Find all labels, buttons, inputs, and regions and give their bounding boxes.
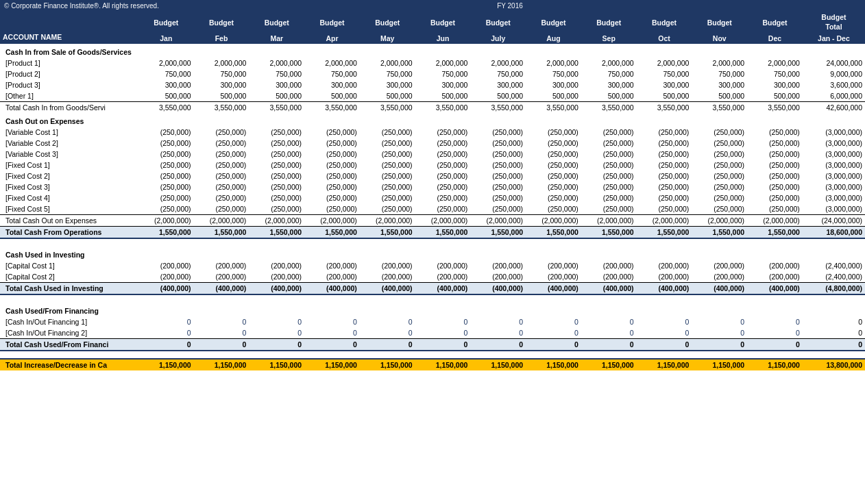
- total-row: Total Cash From Operations1,550,0001,550…: [0, 227, 865, 239]
- value-cell: (250,000): [470, 171, 526, 181]
- subtotal-value-cell: (2,000,000): [470, 215, 526, 227]
- account-name-cell: [Product 3]: [0, 79, 138, 90]
- value-cell: (250,000): [581, 149, 637, 160]
- total-name-cell: Total Cash Used in Investing: [0, 283, 138, 295]
- value-cell: (250,000): [304, 127, 360, 138]
- total-cell: (3,000,000): [803, 160, 865, 171]
- total-cell: (2,400,000): [803, 271, 865, 283]
- empty-row: [0, 294, 865, 303]
- value-cell: (200,000): [138, 271, 194, 283]
- total-value-cell: 0: [692, 339, 747, 351]
- value-cell: 500,000: [360, 90, 415, 102]
- subtotal-value-cell: 3,550,000: [194, 102, 249, 114]
- total-value-cell: 0: [637, 339, 692, 351]
- grand-total-value-cell: 1,150,000: [747, 359, 803, 370]
- value-cell: 2,000,000: [692, 58, 747, 68]
- empty-row: [0, 238, 865, 247]
- value-cell: (250,000): [304, 171, 360, 181]
- value-cell: (250,000): [581, 181, 637, 192]
- total-value-cell: (400,000): [194, 283, 249, 295]
- subtotal-value-cell: 3,550,000: [470, 102, 526, 114]
- total-value-cell: 1,550,000: [415, 227, 471, 239]
- total-value-cell: (400,000): [360, 283, 415, 295]
- value-cell: (200,000): [360, 271, 415, 283]
- value-cell: 500,000: [747, 90, 803, 102]
- value-cell: (200,000): [692, 271, 747, 283]
- total-value-cell: 0: [526, 339, 581, 351]
- value-cell: (250,000): [194, 138, 249, 149]
- value-cell: 0: [470, 316, 526, 327]
- account-name-cell: [Cash In/Out Financing 1]: [0, 316, 138, 327]
- value-cell: 0: [194, 327, 249, 339]
- value-cell: 0: [526, 316, 581, 327]
- subtotal-value-cell: (2,000,000): [360, 215, 415, 227]
- value-cell: (250,000): [415, 127, 471, 138]
- total-value-cell: (400,000): [249, 283, 304, 295]
- value-cell: 2,000,000: [415, 58, 471, 68]
- value-cell: (250,000): [526, 181, 581, 192]
- value-cell: (250,000): [637, 149, 692, 160]
- grand-total-value-cell: 1,150,000: [415, 359, 471, 370]
- grand-total-value-cell: 1,150,000: [692, 359, 747, 370]
- total-cell: 6,000,000: [803, 90, 865, 102]
- value-cell: (250,000): [692, 149, 747, 160]
- value-cell: (250,000): [304, 149, 360, 160]
- table-row: [Fixed Cost 1](250,000)(250,000)(250,000…: [0, 160, 865, 171]
- value-cell: 0: [470, 327, 526, 339]
- value-cell: 300,000: [415, 79, 471, 90]
- total-value-cell: 1,550,000: [470, 227, 526, 239]
- subtotal-value-cell: 3,550,000: [138, 102, 194, 114]
- total-cell: (3,000,000): [803, 192, 865, 203]
- jun-budget-header: Budget: [415, 12, 471, 33]
- table-row: [Variable Cost 2](250,000)(250,000)(250,…: [0, 138, 865, 149]
- value-cell: 750,000: [526, 68, 581, 79]
- value-cell: (200,000): [470, 260, 526, 271]
- value-cell: (200,000): [526, 260, 581, 271]
- value-cell: (250,000): [747, 138, 803, 149]
- value-cell: (200,000): [194, 260, 249, 271]
- value-cell: 750,000: [194, 68, 249, 79]
- value-cell: (250,000): [692, 192, 747, 203]
- may-budget-header: Budget: [360, 12, 415, 33]
- value-cell: (250,000): [692, 127, 747, 138]
- value-cell: (250,000): [581, 203, 637, 215]
- subtotal-value-cell: (2,000,000): [637, 215, 692, 227]
- value-cell: (200,000): [692, 260, 747, 271]
- value-cell: 2,000,000: [581, 58, 637, 68]
- value-cell: (250,000): [360, 192, 415, 203]
- value-cell: 300,000: [526, 79, 581, 90]
- value-cell: 0: [360, 327, 415, 339]
- account-name-cell: [Other 1]: [0, 90, 138, 102]
- total-value-cell: (400,000): [581, 283, 637, 295]
- value-cell: 0: [304, 327, 360, 339]
- value-cell: (250,000): [747, 192, 803, 203]
- value-cell: (250,000): [249, 203, 304, 215]
- section-header-row: Cash In from Sale of Goods/Services: [0, 44, 865, 58]
- table-row: [Product 1]2,000,0002,000,0002,000,0002,…: [0, 58, 865, 68]
- value-cell: 300,000: [249, 79, 304, 90]
- table-row: [Variable Cost 3](250,000)(250,000)(250,…: [0, 149, 865, 160]
- subtotal-value-cell: 3,550,000: [249, 102, 304, 114]
- value-cell: 0: [637, 327, 692, 339]
- account-name-cell: [Variable Cost 1]: [0, 127, 138, 138]
- value-cell: (250,000): [360, 203, 415, 215]
- value-cell: 300,000: [747, 79, 803, 90]
- value-cell: 0: [415, 327, 471, 339]
- subtotal-value-cell: (2,000,000): [526, 215, 581, 227]
- subtotal-value-cell: 3,550,000: [304, 102, 360, 114]
- total-value-cell: 1,550,000: [526, 227, 581, 239]
- subtotal-value-cell: (2,000,000): [194, 215, 249, 227]
- jan-budget-header: Budget: [138, 12, 194, 33]
- jun-header: Jun: [415, 33, 471, 44]
- value-cell: (250,000): [470, 149, 526, 160]
- value-cell: 2,000,000: [194, 58, 249, 68]
- subtotal-value-cell: (2,000,000): [415, 215, 471, 227]
- value-cell: (250,000): [470, 203, 526, 215]
- value-cell: (250,000): [470, 138, 526, 149]
- total-value-cell: 1,550,000: [692, 227, 747, 239]
- total-cell: 3,600,000: [803, 79, 865, 90]
- value-cell: 2,000,000: [360, 58, 415, 68]
- total-cell: (3,000,000): [803, 138, 865, 149]
- value-cell: 0: [138, 316, 194, 327]
- value-cell: (250,000): [138, 171, 194, 181]
